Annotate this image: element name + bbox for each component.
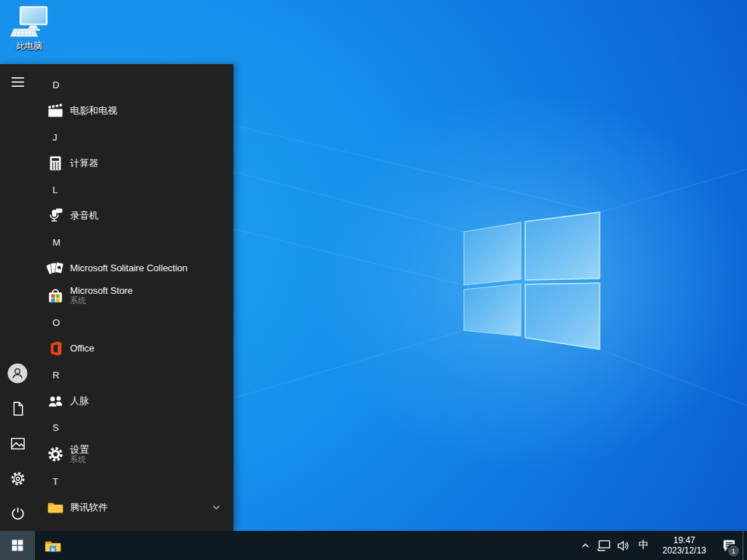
rail-bottom-group — [0, 356, 35, 531]
taskbar-empty-area — [70, 531, 576, 560]
section-letter: L — [53, 184, 58, 195]
section-header-t[interactable]: T — [35, 468, 233, 494]
app-label: Microsoft Solitaire Collection — [70, 262, 187, 273]
hamburger-icon — [11, 77, 25, 88]
screen: 此电脑 D电影和电视J计算器L录音机M♠Microsoft Solitaire … — [0, 0, 747, 560]
app-item-solitaire[interactable]: ♠Microsoft Solitaire Collection — [35, 255, 233, 281]
app-item-tencent-folder[interactable]: 腾讯软件 — [35, 494, 233, 521]
tray-time: 19:47 — [673, 535, 695, 545]
app-item-people[interactable]: 人脉 — [35, 388, 233, 414]
desktop-icon-this-pc[interactable]: 此电脑 — [3, 6, 55, 52]
desktop-icon-label: 此电脑 — [16, 40, 42, 52]
rail-pictures-button[interactable] — [0, 426, 35, 461]
app-label: Office — [70, 343, 94, 354]
chevron-up-icon — [580, 540, 591, 551]
app-subtitle: 系统 — [70, 296, 133, 306]
file-explorer-icon — [44, 537, 62, 555]
section-header-l[interactable]: L — [35, 176, 233, 203]
show-desktop-button[interactable] — [743, 531, 747, 560]
start-button[interactable] — [0, 531, 35, 560]
app-label: Microsoft Store — [70, 285, 133, 296]
start-menu-rail — [0, 64, 35, 531]
app-item-movies-tv[interactable]: 电影和电视 — [35, 98, 233, 124]
speaker-icon — [616, 539, 630, 553]
rail-settings-button[interactable] — [0, 461, 35, 496]
app-item-voice-recorder[interactable]: 录音机 — [35, 203, 233, 229]
volume-tray-button[interactable] — [614, 531, 633, 560]
taskbar-clock[interactable]: 19:47 2023/12/13 — [654, 531, 715, 560]
app-label: 腾讯软件 — [70, 502, 108, 513]
gear-icon — [9, 470, 26, 487]
app-item-settings[interactable]: 设置系统 — [35, 440, 233, 468]
file-explorer-button[interactable] — [35, 531, 70, 560]
section-header-j[interactable]: J — [35, 124, 233, 150]
section-letter: D — [53, 79, 59, 90]
settings-icon — [47, 446, 64, 463]
section-header-o[interactable]: O — [35, 309, 233, 335]
user-avatar-icon — [7, 363, 28, 384]
app-item-calculator[interactable]: 计算器 — [35, 150, 233, 176]
app-list: D电影和电视J计算器L录音机M♠Microsoft Solitaire Coll… — [35, 64, 233, 531]
ime-indicator[interactable]: 中 — [633, 531, 654, 560]
movies-tv-icon — [47, 102, 64, 120]
app-label: 人脉 — [70, 395, 89, 406]
this-pc-icon — [9, 6, 50, 39]
windows-start-icon — [12, 540, 23, 551]
rail-user-button[interactable] — [0, 356, 35, 391]
tray-date: 2023/12/13 — [662, 545, 706, 556]
system-tray: 中 19:47 2023/12/13 1 — [576, 531, 747, 560]
calculator-icon — [47, 155, 64, 172]
rail-documents-button[interactable] — [0, 391, 35, 426]
app-label: 电影和电视 — [70, 105, 117, 116]
notification-badge: 1 — [727, 544, 740, 558]
section-letter: S — [53, 422, 59, 433]
section-letter: T — [53, 476, 58, 487]
rail-power-button[interactable] — [0, 496, 35, 531]
action-center-button[interactable]: 1 — [715, 531, 743, 560]
app-item-store[interactable]: Microsoft Store系统 — [35, 281, 233, 309]
people-icon — [47, 392, 64, 410]
network-tray-button[interactable] — [594, 531, 614, 560]
start-menu: D电影和电视J计算器L录音机M♠Microsoft Solitaire Coll… — [0, 64, 233, 531]
pictures-icon — [9, 435, 26, 452]
chevron-down-icon — [212, 505, 220, 510]
section-header-d[interactable]: D — [35, 71, 233, 98]
app-item-office[interactable]: Office — [35, 335, 233, 362]
section-header-w[interactable]: W — [35, 521, 233, 531]
section-letter: J — [53, 132, 58, 143]
section-header-m[interactable]: M — [35, 229, 233, 255]
section-header-s[interactable]: S — [35, 414, 233, 440]
solitaire-icon: ♠ — [47, 260, 64, 277]
voice-recorder-icon — [47, 207, 64, 225]
folder-icon — [47, 499, 64, 516]
section-letter: O — [53, 317, 60, 328]
hidden-icons-button[interactable] — [576, 531, 594, 560]
section-letter: M — [53, 237, 61, 248]
section-header-r[interactable]: R — [35, 362, 233, 388]
app-label: 设置 — [70, 444, 89, 455]
power-icon — [9, 505, 26, 522]
network-icon — [597, 538, 611, 553]
office-icon — [47, 340, 64, 357]
app-label: 录音机 — [70, 210, 98, 221]
store-icon — [47, 287, 64, 304]
section-letter: R — [53, 370, 59, 381]
taskbar: 中 19:47 2023/12/13 1 — [0, 531, 747, 560]
hamburger-button[interactable] — [0, 64, 35, 99]
document-icon — [9, 400, 26, 417]
app-subtitle: 系统 — [70, 455, 89, 464]
app-label: 计算器 — [70, 158, 98, 168]
